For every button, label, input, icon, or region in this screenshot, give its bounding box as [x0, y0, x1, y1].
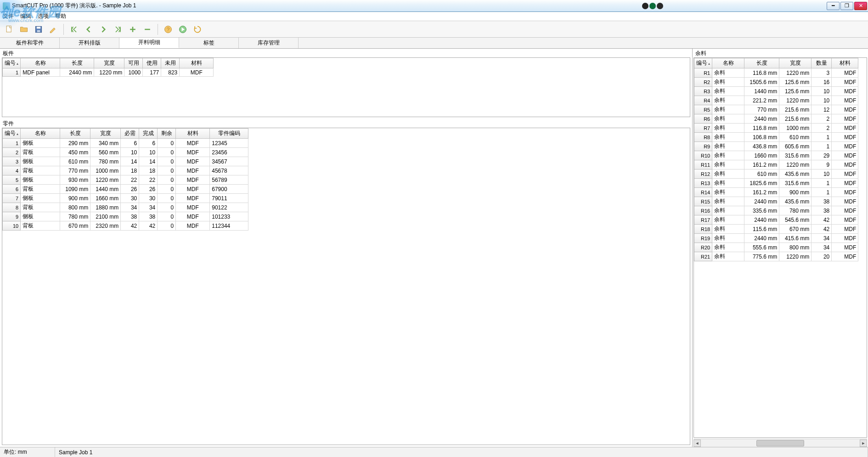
parts-col-material[interactable]: 材料 [176, 129, 210, 139]
table-row[interactable]: R9余料436.8 mm605.6 mm1MDF [694, 142, 858, 151]
menu-help[interactable]: 帮助 [55, 12, 66, 20]
parts-section: 零件 编号 名称 长度 宽度 必需 完成 剩余 材料 零件编码 1 [0, 119, 692, 447]
tab-layout[interactable]: 开料排版 [60, 38, 119, 48]
parts-col-width[interactable]: 宽度 [90, 129, 121, 139]
last-button[interactable] [112, 23, 124, 36]
table-row[interactable]: R18余料115.6 mm670 mm42MDF [694, 225, 858, 234]
open-button[interactable] [17, 23, 30, 36]
table-row[interactable]: R15余料2440 mm435.6 mm38MDF [694, 197, 858, 206]
panels-col-used[interactable]: 使用 [143, 58, 161, 68]
parts-table[interactable]: 编号 名称 长度 宽度 必需 完成 剩余 材料 零件编码 1侧板290 mm34… [2, 128, 248, 231]
edit-button[interactable] [47, 23, 60, 36]
table-row[interactable]: R2余料1505.6 mm125.6 mm16MDF [694, 78, 858, 87]
table-row[interactable]: R3余料1440 mm125.6 mm10MDF [694, 87, 858, 96]
panels-col-avail[interactable]: 可用 [124, 58, 143, 68]
panels-col-length[interactable]: 长度 [60, 58, 94, 68]
parts-col-code[interactable]: 零件编码 [210, 129, 248, 139]
scroll-left-icon[interactable]: ◄ [693, 440, 701, 447]
save-button[interactable] [32, 23, 45, 36]
tab-detail[interactable]: 开料明细 [119, 38, 179, 48]
left-pane: 板件 编号 名称 长度 宽度 可用 使用 未用 材料 1MDF panel244… [0, 49, 693, 447]
table-row[interactable]: R13余料1825.6 mm315.6 mm1MDF [694, 179, 858, 188]
offcuts-col-material[interactable]: 材料 [832, 58, 858, 68]
table-row[interactable]: R12余料610 mm435.6 mm10MDF [694, 169, 858, 179]
panels-col-width[interactable]: 宽度 [94, 58, 124, 68]
table-row[interactable]: 5侧板930 mm1220 mm22220MDF56789 [3, 175, 248, 185]
scroll-right-icon[interactable]: ► [860, 440, 867, 447]
panels-section: 板件 编号 名称 长度 宽度 可用 使用 未用 材料 1MDF panel244… [0, 49, 692, 119]
table-row[interactable]: 8背板800 mm1880 mm34340MDF90122 [3, 203, 248, 212]
table-row[interactable]: R4余料221.2 mm1220 mm10MDF [694, 96, 858, 105]
offcuts-col-qty[interactable]: 数量 [812, 58, 832, 68]
table-row[interactable]: R10余料1660 mm315.6 mm29MDF [694, 151, 858, 160]
table-row[interactable]: R7余料116.8 mm1000 mm2MDF [694, 124, 858, 133]
table-row[interactable]: R5余料770 mm215.6 mm12MDF [694, 105, 858, 114]
panels-col-unused[interactable]: 未用 [161, 58, 180, 68]
offcuts-col-length[interactable]: 长度 [744, 58, 779, 68]
offcuts-label: 余料 [693, 49, 868, 57]
tabbar: 板件和零件 开料排版 开料明细 标签 库存管理 [0, 38, 868, 49]
table-row[interactable]: R20余料555.6 mm800 mm34MDF [694, 243, 858, 252]
offcuts-col-id[interactable]: 编号 [694, 58, 712, 68]
parts-col-need[interactable]: 必需 [121, 129, 139, 139]
menubar: 文件 编辑 选项 帮助 [0, 12, 868, 21]
panels-col-material[interactable]: 材料 [180, 58, 214, 68]
run-button[interactable] [176, 23, 189, 36]
table-row[interactable]: 10背板670 mm2320 mm42420MDF112344 [3, 221, 248, 231]
tab-stock[interactable]: 库存管理 [239, 38, 299, 48]
prev-button[interactable] [82, 23, 95, 36]
window-title: SmartCUT Pro (1000 零件) 演示版. - Sample Job… [12, 2, 136, 10]
menu-file[interactable]: 文件 [3, 12, 14, 20]
table-row[interactable]: 3侧板610 mm780 mm14140MDF34567 [3, 157, 248, 166]
tab-panels-parts[interactable]: 板件和零件 [0, 38, 60, 48]
table-row[interactable]: R8余料106.8 mm610 mm1MDF [694, 133, 858, 142]
offcuts-hscrollbar[interactable]: ◄ ► [693, 439, 867, 447]
table-row[interactable]: R21余料775.6 mm1220 mm20MDF [694, 252, 858, 261]
table-row[interactable]: 6背板1090 mm1440 mm26260MDF67900 [3, 185, 248, 194]
table-row[interactable]: R19余料2440 mm415.6 mm34MDF [694, 234, 858, 243]
table-row[interactable]: 1侧板290 mm340 mm660MDF12345 [3, 139, 248, 148]
minimize-button[interactable]: ━ [827, 2, 840, 10]
titlebar: SmartCUT Pro (1000 零件) 演示版. - Sample Job… [0, 0, 868, 12]
table-row[interactable]: 7侧板900 mm1660 mm30300MDF79011 [3, 194, 248, 203]
table-row[interactable]: R1余料116.8 mm1220 mm3MDF [694, 68, 858, 78]
refresh-button[interactable] [191, 23, 204, 36]
table-row[interactable]: 9侧板780 mm2100 mm38380MDF101233 [3, 212, 248, 221]
panels-col-id[interactable]: 编号 [3, 58, 21, 68]
right-pane: 余料 编号 名称 长度 宽度 数量 材料 R1余料116.8 mm1220 mm… [693, 49, 868, 447]
new-button[interactable] [3, 23, 16, 36]
panels-col-name[interactable]: 名称 [21, 58, 60, 68]
status-units: 单位: mm [0, 447, 55, 457]
parts-col-done[interactable]: 完成 [139, 129, 158, 139]
status-job: Sample Job 1 [55, 447, 868, 457]
add-button[interactable] [126, 23, 139, 36]
offcuts-table[interactable]: 编号 名称 长度 宽度 数量 材料 R1余料116.8 mm1220 mm3MD… [694, 58, 858, 261]
offcuts-col-name[interactable]: 名称 [712, 58, 744, 68]
remove-button[interactable] [141, 23, 154, 36]
next-button[interactable] [97, 23, 110, 36]
toolbar: ? [0, 21, 868, 38]
statusbar: 单位: mm Sample Job 1 [0, 447, 868, 457]
table-row[interactable]: R6余料2440 mm215.6 mm2MDF [694, 114, 858, 124]
offcuts-col-width[interactable]: 宽度 [779, 58, 812, 68]
menu-options[interactable]: 选项 [38, 12, 49, 20]
table-row[interactable]: R17余料2440 mm545.6 mm42MDF [694, 215, 858, 225]
close-button[interactable]: ✕ [854, 2, 867, 10]
table-row[interactable]: R14余料161.2 mm900 mm1MDF [694, 188, 858, 197]
titlebar-decor [642, 2, 670, 10]
parts-col-length[interactable]: 长度 [60, 129, 90, 139]
menu-edit[interactable]: 编辑 [20, 12, 31, 20]
help-button[interactable]: ? [162, 23, 175, 36]
table-row[interactable]: R11余料161.2 mm1220 mm9MDF [694, 160, 858, 169]
first-button[interactable] [68, 23, 80, 36]
parts-col-id[interactable]: 编号 [3, 129, 21, 139]
maximize-button[interactable]: ❐ [840, 2, 853, 10]
table-row[interactable]: 4背板770 mm1000 mm18180MDF45678 [3, 166, 248, 175]
tab-labels[interactable]: 标签 [179, 38, 239, 48]
table-row[interactable]: 1MDF panel2440 mm1220 mm1000177823MDF [3, 68, 214, 77]
parts-col-remain[interactable]: 剩余 [158, 129, 176, 139]
table-row[interactable]: 2背板450 mm560 mm10100MDF23456 [3, 148, 248, 157]
panels-table[interactable]: 编号 名称 长度 宽度 可用 使用 未用 材料 1MDF panel2440 m… [2, 58, 214, 77]
parts-col-name[interactable]: 名称 [21, 129, 60, 139]
table-row[interactable]: R16余料335.6 mm780 mm38MDF [694, 206, 858, 215]
